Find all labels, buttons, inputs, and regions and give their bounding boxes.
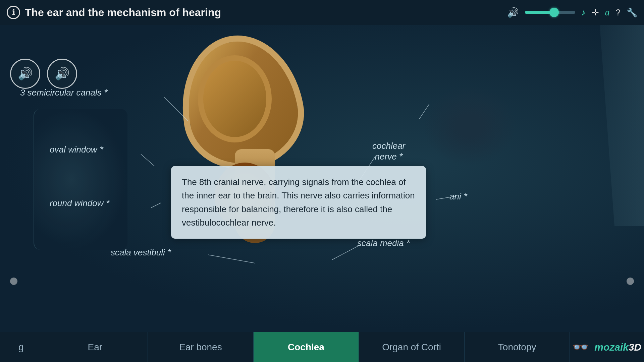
header-title-area: ℹ The ear and the mechanism of hearing bbox=[7, 6, 507, 19]
tooltip-popup: The 8th cranial nerve, carrying signals … bbox=[171, 166, 426, 239]
annotation-round-window[interactable]: round window * bbox=[50, 198, 110, 208]
ear-canal-shape bbox=[34, 109, 127, 250]
tab-cochlea[interactable]: Cochlea bbox=[254, 332, 359, 362]
annotation-cochlear-nerve[interactable]: cochlearnerve * bbox=[372, 141, 405, 162]
annotation-scala-media[interactable]: scala media * bbox=[357, 238, 410, 248]
move-icon[interactable]: ✛ bbox=[592, 7, 599, 18]
tab-partial-left[interactable]: g bbox=[0, 332, 42, 362]
brain-shadow bbox=[423, 85, 517, 166]
header-bar: ℹ The ear and the mechanism of hearing 🔊… bbox=[0, 0, 644, 25]
tab-organ-of-corti[interactable]: Organ of Corti bbox=[359, 332, 465, 362]
volume-knob[interactable] bbox=[549, 8, 559, 17]
music-icon[interactable]: ♪ bbox=[581, 7, 586, 18]
annotation-partial-ani[interactable]: ani * bbox=[449, 191, 467, 202]
nav-dot-left[interactable] bbox=[10, 278, 17, 285]
volume-icon: 🔊 bbox=[507, 7, 519, 18]
cochlea-inner-loop bbox=[198, 55, 272, 142]
vr-brand-area: 👓 mozaik3D bbox=[570, 332, 644, 362]
bottom-navigation: g Ear Ear bones Cochlea Organ of Corti T… bbox=[0, 332, 644, 362]
tab-ear-bones[interactable]: Ear bones bbox=[148, 332, 254, 362]
tab-ear[interactable]: Ear bbox=[42, 332, 148, 362]
help-icon[interactable]: ? bbox=[616, 7, 621, 18]
sound-button-1[interactable]: 🔊 bbox=[10, 59, 40, 89]
vr-icon[interactable]: 👓 bbox=[572, 339, 589, 355]
annotation-oval-window[interactable]: oval window * bbox=[50, 144, 103, 155]
page-title: The ear and the mechanism of hearing bbox=[25, 6, 221, 19]
main-scene: 🔊 🔊 3 semicircular canals * oval window … bbox=[0, 25, 644, 332]
nav-dot-right[interactable] bbox=[627, 278, 634, 285]
settings-icon[interactable]: 🔧 bbox=[627, 7, 637, 18]
header-controls: 🔊 ♪ ✛ a ? 🔧 bbox=[507, 7, 637, 18]
annotation-semicircular-canals[interactable]: 3 semicircular canals * bbox=[20, 87, 108, 98]
info-icon[interactable]: ℹ bbox=[7, 6, 20, 19]
volume-slider[interactable] bbox=[525, 11, 575, 14]
annotation-scala-vestibuli[interactable]: scala vestibuli * bbox=[111, 247, 171, 258]
font-icon[interactable]: a bbox=[605, 7, 610, 18]
tooltip-text: The 8th cranial nerve, carrying signals … bbox=[182, 177, 415, 228]
sound-button-2[interactable]: 🔊 bbox=[47, 59, 77, 89]
tab-tonotopy[interactable]: Tonotopy bbox=[465, 332, 570, 362]
brand-logo: mozaik3D bbox=[594, 342, 641, 353]
